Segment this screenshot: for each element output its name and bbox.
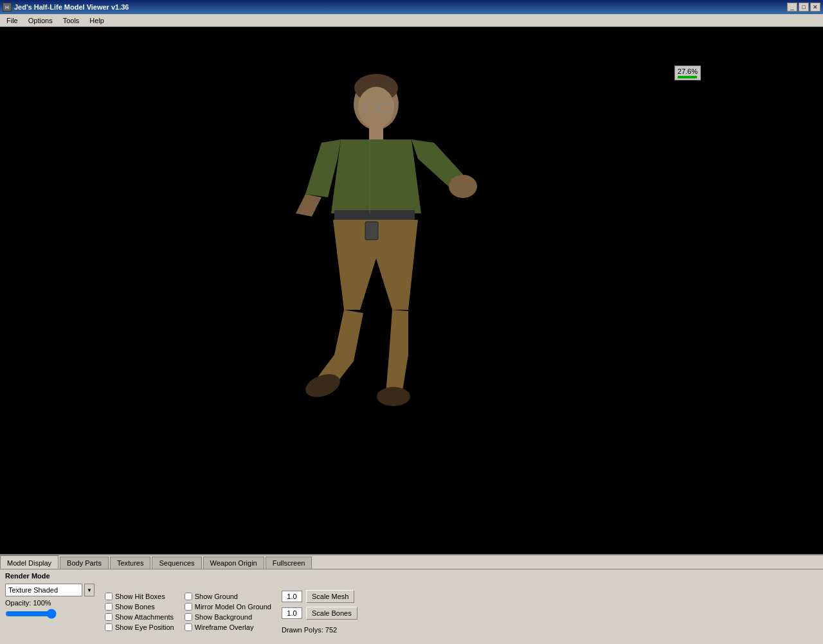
- menubar: File Options Tools Help: [0, 14, 823, 27]
- titlebar-left: H Jed's Half-Life Model Viewer v1.36: [3, 3, 129, 12]
- opacity-row: Opacity: 100%: [5, 599, 95, 607]
- render-mode-section: Render Mode Texture Shaded Wireframe Fla…: [5, 572, 95, 634]
- svg-rect-8: [334, 210, 415, 220]
- scale-bones-row: 1.0 Scale Bones: [282, 607, 357, 620]
- viewport[interactable]: 27.6%: [0, 27, 823, 554]
- scale-bones-value: 1.0: [282, 607, 302, 619]
- show-background-checkbox[interactable]: [185, 613, 192, 621]
- checkboxes-grid-2: Show Ground Mirror Model On Ground Show …: [185, 591, 271, 631]
- checkbox-bones-row: Show Bones: [105, 603, 174, 611]
- scale-section: 1.0 Scale Mesh 1.0 Scale Bones Drawn Pol…: [282, 572, 357, 634]
- fps-bar: [678, 76, 697, 78]
- show-ground-checkbox[interactable]: [185, 593, 192, 600]
- show-hitboxes-label: Show Hit Boxes: [115, 593, 165, 600]
- show-eye-position-label: Show Eye Position: [115, 623, 174, 631]
- tab-sequences[interactable]: Sequences: [152, 557, 201, 569]
- checkboxes-grid-1: Show Hit Boxes Show Bones Show Attachmen…: [105, 591, 174, 631]
- show-eye-position-checkbox[interactable]: [105, 623, 113, 631]
- svg-rect-13: [365, 222, 378, 240]
- checkbox-hitboxes-row: Show Hit Boxes: [105, 593, 174, 600]
- dropdown-arrow[interactable]: ▼: [84, 584, 95, 596]
- svg-point-7: [449, 175, 477, 198]
- checkbox-eyepos-row: Show Eye Position: [105, 623, 174, 631]
- tab-body-parts[interactable]: Body Parts: [60, 557, 109, 569]
- opacity-slider-row: [5, 609, 95, 618]
- tab-textures[interactable]: Textures: [110, 557, 151, 569]
- wireframe-overlay-label: Wireframe Overlay: [195, 623, 254, 631]
- menu-file[interactable]: File: [1, 15, 23, 26]
- menu-tools[interactable]: Tools: [58, 15, 85, 26]
- minimize-button[interactable]: _: [787, 3, 797, 12]
- render-mode-dropdown: Texture Shaded Wireframe Flat Shaded ▼: [5, 584, 95, 596]
- opacity-slider[interactable]: [5, 609, 57, 618]
- titlebar: H Jed's Half-Life Model Viewer v1.36 _ □…: [0, 0, 823, 14]
- panel-content: Render Mode Texture Shaded Wireframe Fla…: [0, 569, 823, 636]
- fps-value: 27.6%: [678, 67, 698, 75]
- value-btn-section: 1.0 Scale Mesh 1.0 Scale Bones Drawn Pol…: [282, 572, 357, 634]
- titlebar-controls: _ □ ✕: [787, 3, 820, 12]
- scale-mesh-value: 1.0: [282, 591, 302, 602]
- scale-mesh-button[interactable]: Scale Mesh: [306, 590, 354, 603]
- app-icon: H: [3, 3, 12, 12]
- maximize-button[interactable]: □: [799, 3, 809, 12]
- bottom-panel: Model Display Body Parts Textures Sequen…: [0, 554, 823, 644]
- scale-mesh-row: 1.0 Scale Mesh: [282, 590, 357, 603]
- tab-model-display[interactable]: Model Display: [0, 555, 59, 569]
- character-svg: [206, 66, 540, 438]
- checkboxes-col1: Show Hit Boxes Show Bones Show Attachmen…: [105, 572, 174, 634]
- tabs: Model Display Body Parts Textures Sequen…: [0, 555, 823, 569]
- show-attachments-label: Show Attachments: [115, 613, 174, 621]
- svg-point-12: [377, 387, 410, 406]
- svg-point-2: [358, 87, 394, 128]
- mirror-model-checkbox[interactable]: [185, 603, 192, 611]
- character-container: [206, 66, 540, 438]
- titlebar-title: Jed's Half-Life Model Viewer v1.36: [14, 3, 129, 11]
- show-bones-label: Show Bones: [115, 603, 155, 611]
- svg-rect-6: [369, 127, 383, 139]
- checkbox-attachments-row: Show Attachments: [105, 613, 174, 621]
- checkbox-ground-row: Show Ground: [185, 593, 271, 600]
- show-hitboxes-checkbox[interactable]: [105, 593, 113, 600]
- checkboxes-col2: Show Ground Mirror Model On Ground Show …: [185, 572, 271, 634]
- checkbox-background-row: Show Background: [185, 613, 271, 621]
- drawn-polys: Drawn Polys: 752: [282, 623, 357, 634]
- show-bones-checkbox[interactable]: [105, 603, 113, 611]
- opacity-label: Opacity: 100%: [5, 599, 51, 607]
- tab-weapon-origin[interactable]: Weapon Origin: [203, 557, 264, 569]
- render-mode-label: Render Mode: [5, 572, 95, 580]
- render-mode-select[interactable]: Texture Shaded Wireframe Flat Shaded: [5, 584, 82, 596]
- tab-fullscreen[interactable]: Fullscreen: [266, 557, 312, 569]
- checkbox-mirror-row: Mirror Model On Ground: [185, 603, 271, 611]
- show-ground-label: Show Ground: [195, 593, 238, 600]
- mirror-model-label: Mirror Model On Ground: [195, 603, 271, 611]
- fps-counter: 27.6%: [674, 66, 701, 80]
- show-attachments-checkbox[interactable]: [105, 613, 113, 621]
- checkbox-wireframe-row: Wireframe Overlay: [185, 623, 271, 631]
- scale-bones-button[interactable]: Scale Bones: [306, 607, 357, 620]
- close-button[interactable]: ✕: [810, 3, 820, 12]
- show-background-label: Show Background: [195, 613, 252, 621]
- menu-options[interactable]: Options: [23, 15, 58, 26]
- wireframe-overlay-checkbox[interactable]: [185, 623, 192, 631]
- menu-help[interactable]: Help: [84, 15, 109, 26]
